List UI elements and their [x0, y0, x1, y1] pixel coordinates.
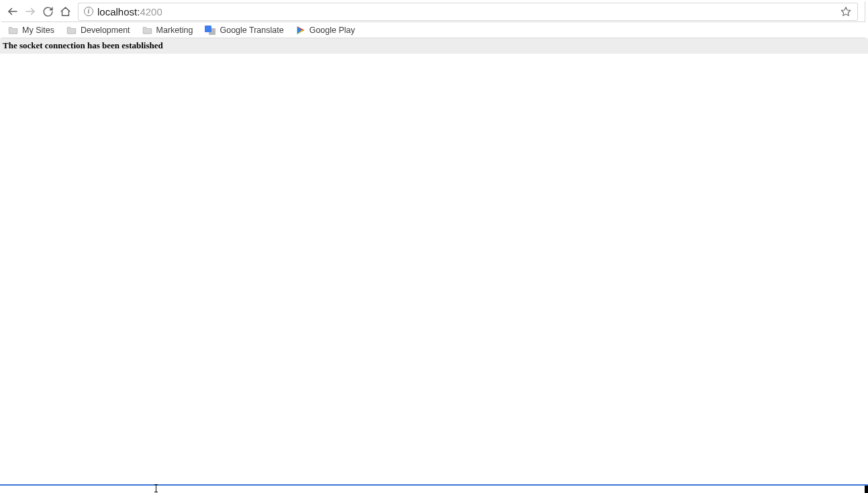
- folder-icon: [142, 26, 152, 34]
- bookmark-marketing[interactable]: Marketing: [141, 24, 195, 36]
- bookmark-google-translate[interactable]: Google Translate: [203, 24, 285, 37]
- bookmark-label: My Sites: [22, 26, 54, 35]
- home-button[interactable]: [58, 4, 73, 19]
- url-host: localhost:: [97, 6, 140, 17]
- forward-button: [23, 4, 38, 19]
- text-caret-icon: [156, 484, 156, 492]
- window-bottom-border: [0, 484, 868, 493]
- bookmarks-bar: My Sites Development Marketing Google Tr…: [1, 22, 865, 38]
- socket-status-message: The socket connection has been establish…: [0, 38, 868, 54]
- back-button[interactable]: [5, 4, 20, 19]
- bookmark-google-play[interactable]: Google Play: [295, 24, 356, 36]
- bookmark-label: Google Translate: [220, 26, 283, 35]
- url-text: localhost:4200: [97, 6, 836, 17]
- arrow-left-icon: [7, 5, 19, 17]
- address-bar[interactable]: i localhost:4200: [78, 3, 858, 21]
- page-content: The socket connection has been establish…: [0, 38, 868, 54]
- bookmark-label: Development: [81, 26, 130, 35]
- arrow-right-icon: [24, 5, 36, 17]
- star-icon: [840, 6, 851, 17]
- google-play-icon: [296, 26, 305, 35]
- browser-toolbar: i localhost:4200: [1, 1, 865, 22]
- bookmark-star-button[interactable]: [840, 5, 852, 17]
- folder-icon: [66, 26, 77, 34]
- bottom-right-block: [865, 486, 868, 493]
- bookmark-label: Google Play: [309, 26, 355, 35]
- home-icon: [60, 6, 71, 17]
- folder-icon: [8, 26, 18, 34]
- bookmark-my-sites[interactable]: My Sites: [7, 24, 56, 36]
- url-port: 4200: [140, 6, 162, 17]
- site-info-icon[interactable]: i: [84, 7, 93, 16]
- bookmark-development[interactable]: Development: [65, 24, 132, 36]
- reload-button[interactable]: [40, 4, 55, 19]
- svg-marker-2: [841, 7, 850, 16]
- reload-icon: [42, 6, 54, 17]
- google-translate-icon: [205, 25, 215, 36]
- bookmark-label: Marketing: [156, 26, 193, 35]
